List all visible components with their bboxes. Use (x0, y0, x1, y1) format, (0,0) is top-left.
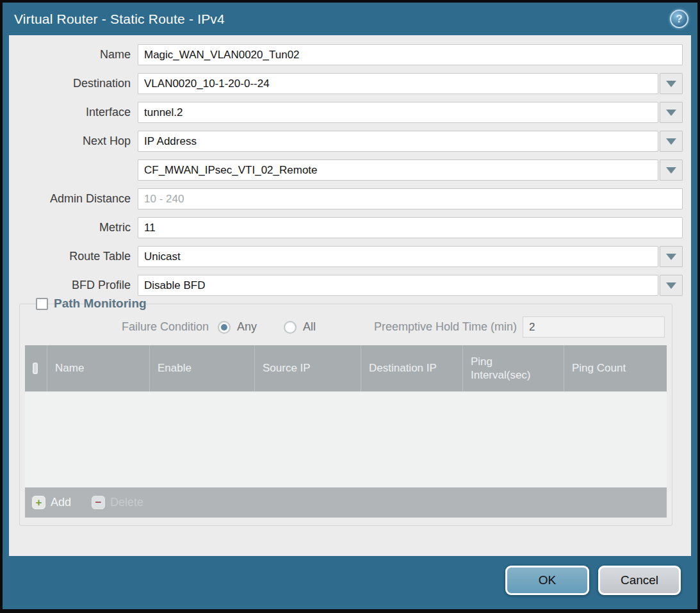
ok-button[interactable]: OK (505, 566, 589, 595)
route-table-input[interactable] (138, 246, 658, 267)
form-row-interface: Interface (9, 102, 683, 123)
form-row-route-table: Route Table (9, 246, 683, 267)
route-table-dropdown-button[interactable] (660, 246, 683, 267)
dialog-content: Name Destination Interface (9, 35, 691, 556)
cancel-button[interactable]: Cancel (598, 566, 681, 595)
metric-label: Metric (9, 221, 138, 234)
chevron-down-icon (666, 138, 676, 145)
failure-condition-any-label: Any (237, 320, 257, 334)
preemptive-hold-time-input[interactable] (523, 316, 665, 338)
form-row-next-hop: Next Hop (9, 131, 683, 152)
minus-icon: − (92, 496, 105, 509)
column-header-ping-count: Ping Count (564, 345, 667, 391)
bfd-profile-label: BFD Profile (9, 279, 138, 292)
preemptive-hold-time-group: Preemptive Hold Time (min) (374, 316, 665, 338)
path-monitoring-checkbox[interactable] (36, 298, 48, 310)
add-button-label: Add (51, 496, 71, 509)
form-row-name: Name (9, 44, 683, 65)
admin-distance-input[interactable] (138, 188, 683, 209)
chevron-down-icon (666, 167, 676, 174)
column-header-destination-ip: Destination IP (361, 345, 463, 391)
table-header-row: Name Enable Source IP Destination IP Pin… (25, 345, 667, 391)
delete-button-label: Delete (110, 496, 143, 509)
chevron-down-icon (666, 282, 676, 289)
table-toolbar: + Add − Delete (25, 487, 667, 518)
form-row-bfd-profile: BFD Profile (9, 275, 683, 296)
route-table-label: Route Table (9, 250, 138, 263)
form-row-next-hop-address (9, 159, 683, 181)
plus-icon: + (32, 496, 45, 509)
next-hop-address-dropdown-button[interactable] (660, 159, 683, 181)
destination-input[interactable] (138, 73, 658, 94)
interface-label: Interface (9, 106, 138, 119)
bfd-profile-dropdown-button[interactable] (660, 275, 683, 296)
failure-condition-all-label: All (303, 320, 316, 334)
path-monitoring-table: Name Enable Source IP Destination IP Pin… (25, 345, 667, 518)
column-header-source-ip: Source IP (255, 345, 361, 391)
dialog-footer: OK Cancel (3, 556, 697, 609)
next-hop-type-dropdown-button[interactable] (660, 131, 683, 152)
table-body-empty (25, 391, 667, 487)
help-icon[interactable]: ? (670, 10, 688, 28)
next-hop-type-input[interactable] (138, 131, 658, 152)
chevron-down-icon (666, 81, 676, 87)
bfd-profile-input[interactable] (138, 275, 658, 296)
metric-input[interactable] (138, 217, 683, 238)
form-row-metric: Metric (9, 217, 683, 238)
column-header-name: Name (47, 345, 150, 391)
select-all-checkbox[interactable] (33, 363, 38, 374)
path-monitoring-title: Path Monitoring (54, 297, 147, 311)
add-button[interactable]: + Add (32, 496, 71, 509)
interface-dropdown-button[interactable] (660, 102, 683, 123)
destination-dropdown-button[interactable] (660, 73, 683, 94)
delete-button[interactable]: − Delete (92, 496, 143, 509)
name-input[interactable] (138, 44, 683, 65)
column-header-ping-interval: Ping Interval(sec) (463, 345, 564, 391)
dialog-title: Virtual Router - Static Route - IPv4 (14, 12, 225, 27)
path-monitoring-section: Path Monitoring Failure Condition Any Al… (19, 304, 672, 526)
select-all-header-cell (25, 345, 47, 391)
failure-condition-any-radio[interactable] (218, 321, 231, 334)
content-wrap: Name Destination Interface (3, 35, 697, 556)
chevron-down-icon (666, 254, 676, 260)
next-hop-address-input[interactable] (138, 159, 658, 181)
preemptive-hold-time-label: Preemptive Hold Time (min) (374, 320, 517, 334)
name-label: Name (9, 48, 138, 61)
failure-condition-all-radio[interactable] (284, 321, 297, 334)
dialog-titlebar: Virtual Router - Static Route - IPv4 ? (3, 3, 697, 35)
form-row-destination: Destination (9, 73, 683, 94)
failure-condition-label: Failure Condition (122, 320, 209, 334)
admin-distance-label: Admin Distance (9, 192, 138, 206)
interface-input[interactable] (138, 102, 658, 123)
path-monitoring-legend: Path Monitoring (32, 297, 151, 311)
next-hop-label: Next Hop (9, 135, 138, 148)
column-header-enable: Enable (150, 345, 255, 391)
failure-condition-row: Failure Condition Any All Preemptive Hol… (24, 316, 665, 338)
static-route-dialog: Virtual Router - Static Route - IPv4 ? N… (0, 0, 700, 613)
form-row-admin-distance: Admin Distance (9, 188, 683, 209)
destination-label: Destination (9, 77, 138, 90)
chevron-down-icon (666, 110, 676, 116)
